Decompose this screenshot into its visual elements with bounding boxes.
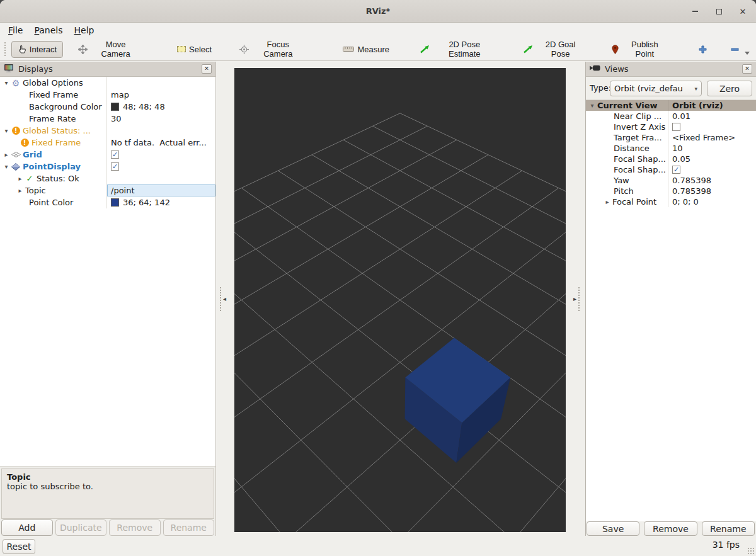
row-pitch[interactable]: Pitch 0.785398 xyxy=(586,186,756,196)
row-global-options[interactable]: ▾ ⚙ Global Options xyxy=(0,77,215,89)
row-yaw[interactable]: Yaw 0.785398 xyxy=(586,175,756,186)
minimize-button[interactable] xyxy=(690,7,699,16)
zero-button[interactable]: Zero xyxy=(707,81,752,96)
render-viewport[interactable] xyxy=(234,68,566,532)
row-status-ok[interactable]: ▸ ✓ Status: Ok xyxy=(0,173,215,184)
collapse-left-icon[interactable]: ◂ xyxy=(223,295,226,302)
rename-view-button[interactable]: Rename xyxy=(702,521,755,536)
property-value[interactable] xyxy=(107,173,215,184)
property-value-selected[interactable]: /point xyxy=(107,184,215,196)
right-splitter[interactable]: ▸ xyxy=(566,62,585,536)
remove-tool-button[interactable] xyxy=(724,40,756,59)
property-label: Global Options xyxy=(23,78,83,88)
property-label: Status: Ok xyxy=(37,174,79,183)
expander-open-icon[interactable]: ▾ xyxy=(3,163,10,170)
checkbox-checked[interactable]: ✓ xyxy=(111,150,119,159)
expander-closed-icon[interactable]: ▸ xyxy=(3,151,10,158)
property-value[interactable]: ✓ xyxy=(668,164,756,175)
property-value[interactable]: ✓ xyxy=(107,161,215,173)
expander-open-icon[interactable]: ▾ xyxy=(588,102,596,109)
tool-interact[interactable]: Interact xyxy=(11,41,63,58)
menu-help[interactable]: Help xyxy=(69,24,100,37)
tool-select[interactable]: Select xyxy=(171,41,218,58)
titlebar[interactable]: RViz* ✕ xyxy=(0,0,756,23)
checkbox-checked[interactable]: ✓ xyxy=(111,162,119,171)
expander-open-icon[interactable]: ▾ xyxy=(3,79,10,86)
row-distance[interactable]: Distance 10 xyxy=(586,143,756,154)
property-value[interactable]: 48; 48; 48 xyxy=(107,101,215,113)
description-title: Topic xyxy=(7,472,209,482)
property-value[interactable]: 0; 0; 0 xyxy=(668,196,756,207)
menu-panels[interactable]: Panels xyxy=(28,24,68,37)
add-tool-button[interactable] xyxy=(692,41,714,58)
property-value[interactable] xyxy=(107,125,215,137)
duplicate-display-button[interactable]: Duplicate xyxy=(55,519,107,536)
panel-close-button[interactable]: ✕ xyxy=(202,64,212,74)
row-background-color[interactable]: Background Color 48; 48; 48 xyxy=(0,101,215,113)
row-point-display[interactable]: ▾ PointDisplay ✓ xyxy=(0,161,215,173)
property-label: Point Color xyxy=(29,198,73,207)
add-display-button[interactable]: Add xyxy=(1,519,53,536)
expander-open-icon[interactable]: ▾ xyxy=(3,127,10,134)
rename-display-button[interactable]: Rename xyxy=(163,519,215,536)
row-global-status[interactable]: ▾ ! Global Status: ... xyxy=(0,125,215,137)
row-near-clip[interactable]: Near Clip ... 0.01 xyxy=(586,111,756,122)
tool-2d-pose-estimate[interactable]: 2D Pose Estimate xyxy=(413,36,503,62)
views-panel-header[interactable]: Views ✕ xyxy=(586,62,756,77)
displays-panel-header[interactable]: Displays ✕ xyxy=(0,62,215,77)
property-value[interactable]: 30 xyxy=(107,113,215,125)
property-value[interactable]: <Fixed Frame> xyxy=(668,132,756,143)
property-value[interactable]: ✓ xyxy=(107,149,215,161)
row-current-view[interactable]: ▾ Current View Orbit (rviz) xyxy=(586,100,756,111)
checkbox-checked[interactable]: ✓ xyxy=(672,166,680,174)
left-splitter[interactable]: ◂ xyxy=(216,62,234,536)
remove-view-button[interactable]: Remove xyxy=(644,521,697,536)
expander-closed-icon[interactable]: ▸ xyxy=(16,187,24,194)
value-text: 30 xyxy=(111,114,122,123)
save-view-button[interactable]: Save xyxy=(587,521,639,536)
row-focal-point[interactable]: ▸ Focal Point 0; 0; 0 xyxy=(586,196,756,207)
maximize-button[interactable] xyxy=(714,7,723,16)
tool-2d-goal-pose[interactable]: 2D Goal Pose xyxy=(517,36,592,62)
reset-button[interactable]: Reset xyxy=(3,539,35,554)
expander-closed-icon[interactable]: ▸ xyxy=(16,175,24,182)
property-value[interactable]: 36; 64; 142 xyxy=(107,196,215,208)
property-value[interactable]: Orbit (rviz) xyxy=(668,100,756,111)
tool-measure[interactable]: Measure xyxy=(336,41,396,58)
close-button[interactable]: ✕ xyxy=(738,7,747,16)
property-value[interactable]: No tf data. Actual err... xyxy=(107,137,215,149)
property-value[interactable]: 0.01 xyxy=(668,111,756,122)
property-value[interactable] xyxy=(107,77,215,89)
tool-focus-camera[interactable]: Focus Camera xyxy=(233,36,310,62)
tool-move-camera[interactable]: Move Camera xyxy=(72,36,147,62)
toolbar-drag-handle[interactable] xyxy=(4,42,7,57)
row-fixed-frame[interactable]: Fixed Frame map xyxy=(0,89,215,101)
chevron-down-icon xyxy=(745,52,750,55)
remove-display-button[interactable]: Remove xyxy=(109,519,161,536)
row-grid-display[interactable]: ▸ Grid ✓ xyxy=(0,149,215,161)
maximize-icon xyxy=(716,9,722,14)
row-status-fixed-frame[interactable]: ! Fixed Frame No tf data. Actual err... xyxy=(0,137,215,149)
row-point-color[interactable]: Point Color 36; 64; 142 xyxy=(0,196,215,208)
property-value[interactable]: 0.785398 xyxy=(668,186,756,196)
property-value[interactable]: 10 xyxy=(668,143,756,154)
collapse-right-icon[interactable]: ▸ xyxy=(573,295,576,302)
property-value[interactable]: 0.05 xyxy=(668,154,756,164)
property-value[interactable]: 0.785398 xyxy=(668,175,756,186)
resize-grip[interactable] xyxy=(747,547,754,554)
row-target-frame[interactable]: Target Fra... <Fixed Frame> xyxy=(586,132,756,143)
row-focal-shape-size[interactable]: Focal Shap... 0.05 xyxy=(586,154,756,164)
property-value[interactable]: map xyxy=(107,89,215,101)
checkbox-unchecked[interactable] xyxy=(672,123,680,131)
row-topic[interactable]: ▸ Topic /point xyxy=(0,184,215,196)
tool-label: Interact xyxy=(30,45,57,54)
tool-publish-point[interactable]: Publish Point xyxy=(605,36,674,62)
expander-closed-icon[interactable]: ▸ xyxy=(604,198,611,205)
row-frame-rate[interactable]: Frame Rate 30 xyxy=(0,113,215,125)
panel-close-button[interactable]: ✕ xyxy=(742,64,752,74)
menu-file[interactable]: File xyxy=(3,24,28,37)
row-invert-z-axis[interactable]: Invert Z Axis xyxy=(586,122,756,132)
row-focal-shape-fixed[interactable]: Focal Shap... ✓ xyxy=(586,164,756,175)
view-type-select[interactable]: Orbit (rviz_defau ▾ xyxy=(610,81,702,96)
property-value[interactable] xyxy=(668,122,756,132)
